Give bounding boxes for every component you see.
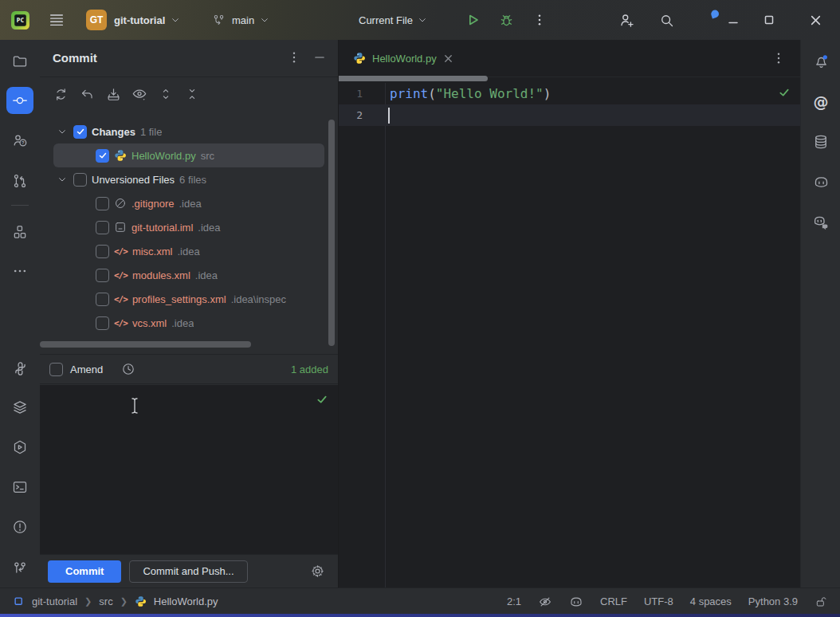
ai-assistant-tool-button[interactable]: @: [807, 88, 834, 116]
structure-tool-button[interactable]: [6, 218, 33, 246]
commit-and-push-button[interactable]: Commit and Push...: [129, 560, 247, 583]
copilot-tool-button[interactable]: [807, 168, 834, 195]
project-widget[interactable]: GT git-tutorial: [86, 0, 182, 40]
shelve-button[interactable]: [105, 86, 121, 102]
pull-requests-tool-button[interactable]: [6, 167, 33, 195]
services-layers-tool-button[interactable]: [6, 394, 33, 421]
copilot-chat-icon: [813, 214, 830, 230]
commit-tool-button[interactable]: [6, 87, 33, 114]
code-line-2[interactable]: 2: [339, 104, 800, 126]
file-name: modules.xml: [132, 269, 190, 281]
changed-file-row[interactable]: HelloWorld.py src: [40, 143, 338, 167]
editor-area: HelloWorld.py 1 print("Hello World!") 2: [339, 40, 800, 588]
add-user-icon: [618, 12, 635, 29]
branch-widget[interactable]: main: [212, 0, 271, 40]
copilot-chat-tool-button[interactable]: [807, 208, 834, 235]
unlocked-icon[interactable]: [814, 595, 827, 608]
close-button[interactable]: [803, 0, 827, 40]
copilot-status-icon[interactable]: [569, 595, 583, 609]
debug-button[interactable]: [499, 0, 514, 40]
breadcrumb-folder[interactable]: src: [99, 595, 112, 607]
unversioned-group-row[interactable]: Unversioned Files 6 files: [40, 167, 354, 191]
search-icon: [658, 12, 675, 29]
encoding-widget[interactable]: UTF-8: [644, 595, 673, 607]
file-path: .idea: [179, 198, 201, 210]
chevron-down-icon[interactable]: [56, 125, 69, 138]
problems-tool-button[interactable]: [6, 513, 33, 540]
git-branch-icon: [12, 560, 28, 576]
chevron-down-icon[interactable]: [56, 173, 69, 186]
settings-gear-icon[interactable]: [310, 564, 325, 579]
chevron-down-icon: [169, 14, 182, 26]
more-tool-windows-button[interactable]: [6, 257, 33, 285]
editor-options-button[interactable]: [771, 51, 786, 65]
pull-request-icon: [12, 173, 28, 189]
project-badge: GT: [86, 10, 107, 30]
horizontal-scrollbar[interactable]: [40, 341, 251, 348]
bell-icon: [813, 53, 830, 70]
maximize-button[interactable]: [757, 0, 781, 40]
changes-group-row[interactable]: Changes 1 file: [40, 120, 354, 143]
ignored-file-icon: [114, 197, 127, 210]
unversioned-checkbox[interactable]: [73, 173, 87, 187]
minimize-button[interactable]: [721, 0, 745, 40]
tab-scroll-indicator[interactable]: [339, 76, 488, 81]
breadcrumb-project[interactable]: git-tutorial: [32, 595, 77, 607]
project-tool-button[interactable]: [6, 48, 33, 75]
rollback-button[interactable]: [79, 86, 95, 102]
highlighting-eye-slash-icon[interactable]: [538, 595, 552, 609]
refresh-changes-button[interactable]: [53, 86, 69, 102]
close-tab-icon[interactable]: [443, 53, 453, 64]
file-name: git-tutorial.iml: [131, 222, 193, 234]
file-checkbox[interactable]: [96, 149, 109, 163]
hide-panel-button[interactable]: [312, 50, 327, 65]
expand-all-button[interactable]: [158, 86, 174, 102]
main-menu-button[interactable]: [48, 0, 65, 40]
view-options-button[interactable]: [131, 86, 147, 102]
commit-panel-options-button[interactable]: [287, 50, 301, 65]
notifications-tool-button[interactable]: [807, 48, 834, 75]
code-with-me-button[interactable]: [618, 0, 635, 40]
more-actions-button[interactable]: [532, 0, 547, 40]
services-tool-button[interactable]: [6, 434, 33, 461]
file-path: .idea\inspec: [231, 293, 286, 305]
notification-dot: [709, 8, 721, 22]
file-checkbox[interactable]: [96, 197, 109, 210]
commit-message-editor[interactable]: [40, 385, 338, 554]
indent-widget[interactable]: 4 spaces: [690, 595, 732, 607]
changes-checkbox[interactable]: [73, 125, 87, 139]
search-everywhere-button[interactable]: [658, 0, 675, 40]
caret-position[interactable]: 2:1: [507, 595, 521, 607]
line-number: 1: [339, 88, 374, 100]
inspections-ok-icon[interactable]: [778, 86, 791, 99]
code-line-1[interactable]: 1 print("Hello World!"): [339, 83, 800, 104]
collapse-all-button[interactable]: [184, 86, 200, 102]
tab-helloworld[interactable]: HelloWorld.py: [345, 40, 461, 77]
file-checkbox[interactable]: [96, 269, 109, 282]
commit-button[interactable]: Commit: [48, 560, 121, 583]
interpreter-widget[interactable]: Python 3.9: [748, 595, 798, 607]
code-token-print: print: [390, 86, 428, 101]
run-button[interactable]: [465, 0, 481, 40]
python-packages-tool-button[interactable]: [6, 355, 33, 382]
text-cursor-pointer: [129, 397, 140, 415]
history-clock-icon[interactable]: [121, 362, 135, 376]
changed-file-name: HelloWorld.py: [131, 150, 196, 162]
database-tool-button[interactable]: [807, 128, 834, 155]
terminal-tool-button[interactable]: [6, 474, 33, 501]
code-token-paren: ): [544, 86, 551, 101]
maximize-icon: [763, 14, 775, 26]
file-checkbox[interactable]: [96, 221, 109, 234]
learn-tool-button[interactable]: ?: [6, 127, 33, 154]
database-icon: [813, 134, 829, 150]
xml-file-icon: </>: [114, 246, 128, 257]
run-configuration-selector[interactable]: Current File: [359, 0, 429, 40]
amend-checkbox[interactable]: [49, 363, 63, 376]
file-checkbox[interactable]: [96, 245, 109, 258]
line-ending-widget[interactable]: CRLF: [600, 595, 627, 607]
file-checkbox[interactable]: [96, 293, 109, 306]
file-checkbox[interactable]: [96, 316, 109, 330]
vertical-scrollbar[interactable]: [328, 120, 335, 346]
version-control-tool-button[interactable]: [6, 555, 33, 582]
breadcrumb-file[interactable]: HelloWorld.py: [154, 595, 218, 607]
